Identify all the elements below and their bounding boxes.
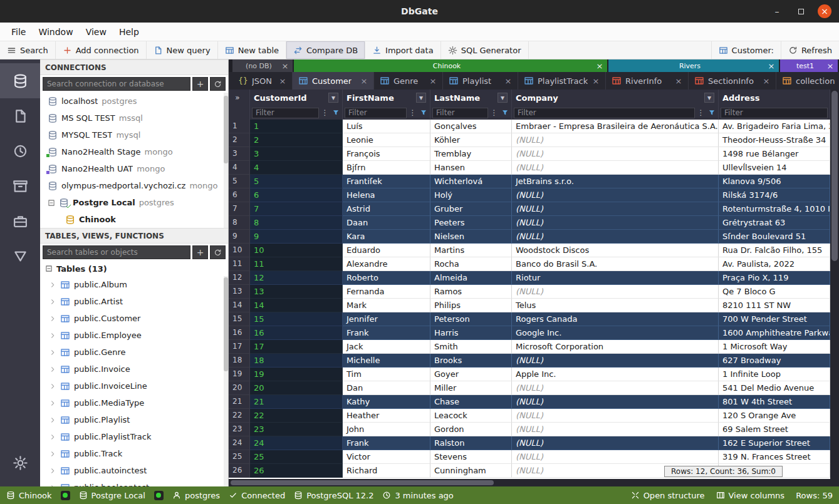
toolbar-sql-generator-button[interactable]: SQL Generator xyxy=(441,41,529,59)
table-row-7[interactable]: 77AstridGruber(NULL)Rotenturmstraße 4, 1… xyxy=(229,202,830,216)
cell-company[interactable]: (NULL) xyxy=(512,354,719,368)
cell-company[interactable]: (NULL) xyxy=(512,436,719,450)
cell-address[interactable]: 1 Infinite Loop xyxy=(719,368,830,381)
connections-search-input[interactable] xyxy=(43,77,190,91)
cell-company[interactable]: Telus xyxy=(512,299,719,312)
toolbar-compare-db-button[interactable]: Compare DB xyxy=(286,41,365,59)
table-row-21[interactable]: 2121KathyChase(NULL)801 W 4th Street xyxy=(229,395,830,409)
status-view-columns[interactable]: View columns xyxy=(716,491,785,500)
cell-address[interactable]: 319 N. Frances Street xyxy=(719,450,830,464)
cell-customerid[interactable]: 26 xyxy=(250,464,343,478)
cell-customerid[interactable]: 12 xyxy=(250,271,343,285)
cell-lastname[interactable]: Ralston xyxy=(430,436,512,450)
cell-customerid[interactable]: 15 xyxy=(250,312,343,326)
column-header-firstname[interactable]: FirstName▾ xyxy=(343,90,430,106)
filter-menu-button[interactable]: ⋮ xyxy=(696,108,706,118)
cell-lastname[interactable]: Rocha xyxy=(430,257,512,271)
column-menu-button[interactable]: ▾ xyxy=(328,93,338,103)
close-tab-icon[interactable]: × xyxy=(826,61,834,70)
file-tab-playlisttrack[interactable]: PlaylistTrack× xyxy=(518,72,606,90)
tables-search-input[interactable] xyxy=(43,245,190,259)
cell-address[interactable]: Rua Dr. Falcão Filho, 155 xyxy=(719,244,830,257)
column-menu-button[interactable]: ▾ xyxy=(498,93,508,103)
filter-input-customerid[interactable] xyxy=(252,108,319,118)
table-row-1[interactable]: 11LuísGonçalvesEmbraer - Empresa Brasile… xyxy=(229,120,830,133)
close-tab-icon[interactable]: × xyxy=(675,76,682,85)
expand-all-button[interactable]: » xyxy=(229,90,250,106)
table-row-4[interactable]: 44BjſrnHansen(NULL)Ullevĺlsveien 14 xyxy=(229,161,830,175)
table-row-17[interactable]: 1717JackSmithMicrosoft Corporation1 Micr… xyxy=(229,340,830,354)
table-row-11[interactable]: 1111AlexandreRochaBanco do Brasil S.A.Av… xyxy=(229,257,830,271)
cell-lastname[interactable]: Miller xyxy=(430,381,512,395)
cell-company[interactable]: (NULL) xyxy=(512,395,719,409)
table-row-18[interactable]: 1818MichelleBrooks(NULL)627 Broadway xyxy=(229,354,830,368)
cell-lastname[interactable]: Cunningham xyxy=(430,464,512,478)
cell-firstname[interactable]: Roberto xyxy=(343,271,430,285)
table-row-22[interactable]: 2222HeatherLeacock(NULL)120 S Orange Ave xyxy=(229,409,830,423)
menu-item-view[interactable]: View xyxy=(80,25,113,39)
cell-lastname[interactable]: Peterson xyxy=(430,312,512,326)
table-item-public-booleantest[interactable]: public.booleantest xyxy=(40,479,228,486)
cell-firstname[interactable]: Fernanda xyxy=(343,285,430,299)
vertical-scrollbar-thumb[interactable] xyxy=(831,91,838,261)
file-tab-sectioninfo[interactable]: SectionInfo× xyxy=(689,72,776,90)
cell-company[interactable]: (NULL) xyxy=(512,202,719,216)
cell-firstname[interactable]: Luís xyxy=(343,120,430,133)
table-row-16[interactable]: 1616FrankHarrisGoogle Inc.1600 Amphithea… xyxy=(229,326,830,340)
cell-lastname[interactable]: Chase xyxy=(430,395,512,409)
table-item-public-artist[interactable]: public.Artist xyxy=(40,293,228,310)
cell-company[interactable]: Riotur xyxy=(512,271,719,285)
cell-company[interactable]: (NULL) xyxy=(512,147,719,161)
column-header-address[interactable]: Address xyxy=(719,90,830,106)
cell-company[interactable]: (NULL) xyxy=(512,230,719,244)
cell-firstname[interactable]: Tim xyxy=(343,368,430,381)
add-table-small-button[interactable]: + xyxy=(192,245,208,259)
cell-lastname[interactable]: Köhler xyxy=(430,133,512,147)
table-item-public-playlist[interactable]: public.Playlist xyxy=(40,411,228,428)
cell-company[interactable]: JetBrains s.r.o. xyxy=(512,175,719,188)
cell-company[interactable]: Rogers Canada xyxy=(512,312,719,326)
cell-customerid[interactable]: 3 xyxy=(250,147,343,161)
sidebar-archive-button[interactable] xyxy=(0,168,40,203)
database-tab-rivers[interactable]: Rivers× xyxy=(608,59,779,72)
cell-company[interactable]: (NULL) xyxy=(512,381,719,395)
filter-funnel-button[interactable] xyxy=(500,108,509,118)
cell-customerid[interactable]: 23 xyxy=(250,423,343,436)
column-menu-button[interactable]: ▾ xyxy=(704,93,714,103)
connections-scrollbar[interactable] xyxy=(224,93,228,228)
cell-company[interactable]: (NULL) xyxy=(512,133,719,147)
maximize-button[interactable] xyxy=(794,4,808,18)
file-tab-collection[interactable]: collection× xyxy=(776,72,839,90)
cell-company[interactable]: Microsoft Corporation xyxy=(512,340,719,354)
close-tab-icon[interactable]: × xyxy=(592,76,600,85)
cell-lastname[interactable]: Gordon xyxy=(430,423,512,436)
filter-funnel-button[interactable] xyxy=(707,108,716,118)
cell-firstname[interactable]: Helena xyxy=(343,188,430,202)
table-row-2[interactable]: 22LeonieKöhler(NULL)Theodor-Heuss-Straße… xyxy=(229,133,830,147)
cell-firstname[interactable]: Michelle xyxy=(343,354,430,368)
cell-address[interactable]: 1 Microsoft Way xyxy=(719,340,830,354)
cell-address[interactable]: Rotenturmstraße 4, 1010 Innere Stadt xyxy=(719,202,830,216)
menu-item-file[interactable]: File xyxy=(5,25,32,39)
minimize-button[interactable]: – xyxy=(770,4,784,18)
filter-input-firstname[interactable] xyxy=(345,108,407,118)
cell-customerid[interactable]: 8 xyxy=(250,216,343,230)
cell-firstname[interactable]: Jack xyxy=(343,340,430,354)
cell-customerid[interactable]: 9 xyxy=(250,230,343,244)
cell-lastname[interactable]: Ramos xyxy=(430,285,512,299)
cell-customerid[interactable]: 6 xyxy=(250,188,343,202)
close-tab-icon[interactable]: × xyxy=(504,76,512,85)
cell-lastname[interactable]: Hansen xyxy=(430,161,512,175)
cell-customerid[interactable]: 22 xyxy=(250,409,343,423)
table-item-public-autoinctest[interactable]: public.autoinctest xyxy=(40,462,228,479)
cell-company[interactable]: Apple Inc. xyxy=(512,368,719,381)
table-row-25[interactable]: 2525VictorStevens(NULL)319 N. Frances St… xyxy=(229,450,830,464)
filter-input-address[interactable] xyxy=(721,108,828,118)
table-item-public-invoiceline[interactable]: public.InvoiceLine xyxy=(40,378,228,394)
database-tab-test1[interactable]: test1× xyxy=(780,59,838,72)
cell-lastname[interactable]: Brooks xyxy=(430,354,512,368)
cell-lastname[interactable]: Smith xyxy=(430,340,512,354)
cell-lastname[interactable]: Peeters xyxy=(430,216,512,230)
cell-customerid[interactable]: 2 xyxy=(250,133,343,147)
database-tab-chinook[interactable]: Chinook× xyxy=(294,59,607,72)
